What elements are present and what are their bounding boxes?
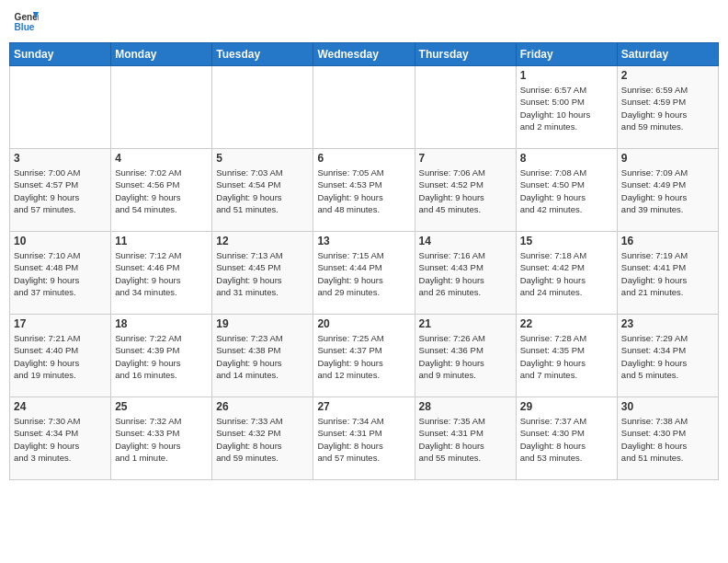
day-number: 7	[419, 152, 512, 165]
calendar-week-2: 3Sunrise: 7:00 AM Sunset: 4:57 PM Daylig…	[10, 149, 719, 232]
calendar-cell: 6Sunrise: 7:05 AM Sunset: 4:53 PM Daylig…	[313, 149, 415, 232]
day-number: 29	[520, 400, 613, 413]
weekday-header-monday: Monday	[111, 43, 212, 66]
weekday-header-wednesday: Wednesday	[313, 43, 415, 66]
day-number: 2	[621, 69, 714, 82]
day-info: Sunrise: 7:37 AM Sunset: 4:30 PM Dayligh…	[520, 415, 613, 464]
day-info: Sunrise: 7:13 AM Sunset: 4:45 PM Dayligh…	[216, 249, 309, 298]
day-info: Sunrise: 7:08 AM Sunset: 4:50 PM Dayligh…	[520, 167, 613, 215]
day-number: 23	[621, 317, 714, 330]
weekday-header-sunday: Sunday	[10, 43, 111, 66]
calendar-week-1: 1Sunrise: 6:57 AM Sunset: 5:00 PM Daylig…	[10, 66, 719, 149]
calendar-week-3: 10Sunrise: 7:10 AM Sunset: 4:48 PM Dayli…	[10, 232, 719, 315]
calendar-cell: 26Sunrise: 7:33 AM Sunset: 4:32 PM Dayli…	[212, 397, 313, 480]
calendar-cell	[313, 66, 415, 149]
svg-text:Blue: Blue	[15, 22, 35, 32]
calendar-cell: 21Sunrise: 7:26 AM Sunset: 4:36 PM Dayli…	[415, 315, 516, 397]
day-number: 16	[621, 235, 714, 247]
day-info: Sunrise: 7:18 AM Sunset: 4:42 PM Dayligh…	[520, 249, 613, 298]
day-info: Sunrise: 7:16 AM Sunset: 4:43 PM Dayligh…	[419, 249, 512, 298]
day-number: 1	[520, 69, 613, 82]
calendar-cell: 28Sunrise: 7:35 AM Sunset: 4:31 PM Dayli…	[415, 397, 516, 480]
calendar-cell: 15Sunrise: 7:18 AM Sunset: 4:42 PM Dayli…	[516, 232, 617, 315]
day-info: Sunrise: 7:02 AM Sunset: 4:56 PM Dayligh…	[115, 167, 208, 215]
calendar-cell	[10, 66, 111, 149]
day-info: Sunrise: 7:23 AM Sunset: 4:38 PM Dayligh…	[216, 332, 309, 381]
calendar-cell: 2Sunrise: 6:59 AM Sunset: 4:59 PM Daylig…	[617, 66, 718, 149]
day-info: Sunrise: 6:57 AM Sunset: 5:00 PM Dayligh…	[520, 84, 613, 132]
day-number: 18	[115, 317, 208, 330]
day-number: 28	[419, 400, 512, 413]
calendar-cell: 24Sunrise: 7:30 AM Sunset: 4:34 PM Dayli…	[10, 397, 111, 480]
day-number: 15	[520, 235, 613, 247]
calendar-week-4: 17Sunrise: 7:21 AM Sunset: 4:40 PM Dayli…	[10, 315, 719, 397]
calendar-table: SundayMondayTuesdayWednesdayThursdayFrid…	[9, 42, 719, 480]
calendar-cell: 12Sunrise: 7:13 AM Sunset: 4:45 PM Dayli…	[212, 232, 313, 315]
day-info: Sunrise: 7:19 AM Sunset: 4:41 PM Dayligh…	[621, 249, 714, 298]
day-number: 4	[115, 152, 208, 165]
day-info: Sunrise: 7:15 AM Sunset: 4:44 PM Dayligh…	[317, 249, 410, 298]
calendar-cell: 25Sunrise: 7:32 AM Sunset: 4:33 PM Dayli…	[111, 397, 212, 480]
calendar-header-row: SundayMondayTuesdayWednesdayThursdayFrid…	[10, 43, 719, 66]
calendar-cell: 22Sunrise: 7:28 AM Sunset: 4:35 PM Dayli…	[516, 315, 617, 397]
day-info: Sunrise: 7:35 AM Sunset: 4:31 PM Dayligh…	[419, 415, 512, 464]
day-info: Sunrise: 7:09 AM Sunset: 4:49 PM Dayligh…	[621, 167, 714, 215]
day-number: 19	[216, 317, 309, 330]
day-number: 27	[317, 400, 410, 413]
day-info: Sunrise: 7:21 AM Sunset: 4:40 PM Dayligh…	[14, 332, 107, 381]
day-info: Sunrise: 7:05 AM Sunset: 4:53 PM Dayligh…	[317, 167, 410, 215]
day-number: 9	[621, 152, 714, 165]
calendar-cell: 13Sunrise: 7:15 AM Sunset: 4:44 PM Dayli…	[313, 232, 415, 315]
calendar-cell: 19Sunrise: 7:23 AM Sunset: 4:38 PM Dayli…	[212, 315, 313, 397]
day-number: 10	[14, 235, 107, 247]
calendar-cell: 9Sunrise: 7:09 AM Sunset: 4:49 PM Daylig…	[617, 149, 718, 232]
day-info: Sunrise: 7:03 AM Sunset: 4:54 PM Dayligh…	[216, 167, 309, 215]
day-info: Sunrise: 7:26 AM Sunset: 4:36 PM Dayligh…	[419, 332, 512, 381]
day-number: 17	[14, 317, 107, 330]
weekday-header-friday: Friday	[516, 43, 617, 66]
day-number: 20	[317, 317, 410, 330]
day-info: Sunrise: 7:25 AM Sunset: 4:37 PM Dayligh…	[317, 332, 410, 381]
calendar-cell: 3Sunrise: 7:00 AM Sunset: 4:57 PM Daylig…	[10, 149, 111, 232]
calendar-cell: 23Sunrise: 7:29 AM Sunset: 4:34 PM Dayli…	[617, 315, 718, 397]
calendar-cell: 16Sunrise: 7:19 AM Sunset: 4:41 PM Dayli…	[617, 232, 718, 315]
calendar-cell: 5Sunrise: 7:03 AM Sunset: 4:54 PM Daylig…	[212, 149, 313, 232]
logo-icon: General Blue	[13, 9, 39, 35]
day-info: Sunrise: 7:06 AM Sunset: 4:52 PM Dayligh…	[419, 167, 512, 215]
calendar-cell	[212, 66, 313, 149]
weekday-header-tuesday: Tuesday	[212, 43, 313, 66]
day-info: Sunrise: 7:00 AM Sunset: 4:57 PM Dayligh…	[14, 167, 107, 215]
day-info: Sunrise: 7:22 AM Sunset: 4:39 PM Dayligh…	[115, 332, 208, 381]
calendar-cell: 4Sunrise: 7:02 AM Sunset: 4:56 PM Daylig…	[111, 149, 212, 232]
day-number: 30	[621, 400, 714, 413]
calendar-cell: 7Sunrise: 7:06 AM Sunset: 4:52 PM Daylig…	[415, 149, 516, 232]
calendar-cell: 27Sunrise: 7:34 AM Sunset: 4:31 PM Dayli…	[313, 397, 415, 480]
day-info: Sunrise: 7:28 AM Sunset: 4:35 PM Dayligh…	[520, 332, 613, 381]
calendar-cell: 29Sunrise: 7:37 AM Sunset: 4:30 PM Dayli…	[516, 397, 617, 480]
day-info: Sunrise: 6:59 AM Sunset: 4:59 PM Dayligh…	[621, 84, 714, 132]
day-info: Sunrise: 7:33 AM Sunset: 4:32 PM Dayligh…	[216, 415, 309, 464]
day-number: 8	[520, 152, 613, 165]
day-info: Sunrise: 7:30 AM Sunset: 4:34 PM Dayligh…	[14, 415, 107, 464]
day-info: Sunrise: 7:10 AM Sunset: 4:48 PM Dayligh…	[14, 249, 107, 298]
day-number: 12	[216, 235, 309, 247]
calendar-cell	[111, 66, 212, 149]
calendar-cell: 1Sunrise: 6:57 AM Sunset: 5:00 PM Daylig…	[516, 66, 617, 149]
weekday-header-saturday: Saturday	[617, 43, 718, 66]
logo: General Blue	[13, 9, 42, 35]
day-number: 22	[520, 317, 613, 330]
calendar-cell: 17Sunrise: 7:21 AM Sunset: 4:40 PM Dayli…	[10, 315, 111, 397]
day-number: 25	[115, 400, 208, 413]
day-info: Sunrise: 7:34 AM Sunset: 4:31 PM Dayligh…	[317, 415, 410, 464]
day-info: Sunrise: 7:29 AM Sunset: 4:34 PM Dayligh…	[621, 332, 714, 381]
calendar-cell	[415, 66, 516, 149]
day-number: 11	[115, 235, 208, 247]
day-number: 26	[216, 400, 309, 413]
calendar-cell: 14Sunrise: 7:16 AM Sunset: 4:43 PM Dayli…	[415, 232, 516, 315]
weekday-header-thursday: Thursday	[415, 43, 516, 66]
day-number: 24	[14, 400, 107, 413]
day-number: 13	[317, 235, 410, 247]
calendar-cell: 20Sunrise: 7:25 AM Sunset: 4:37 PM Dayli…	[313, 315, 415, 397]
calendar-cell: 10Sunrise: 7:10 AM Sunset: 4:48 PM Dayli…	[10, 232, 111, 315]
day-number: 21	[419, 317, 512, 330]
